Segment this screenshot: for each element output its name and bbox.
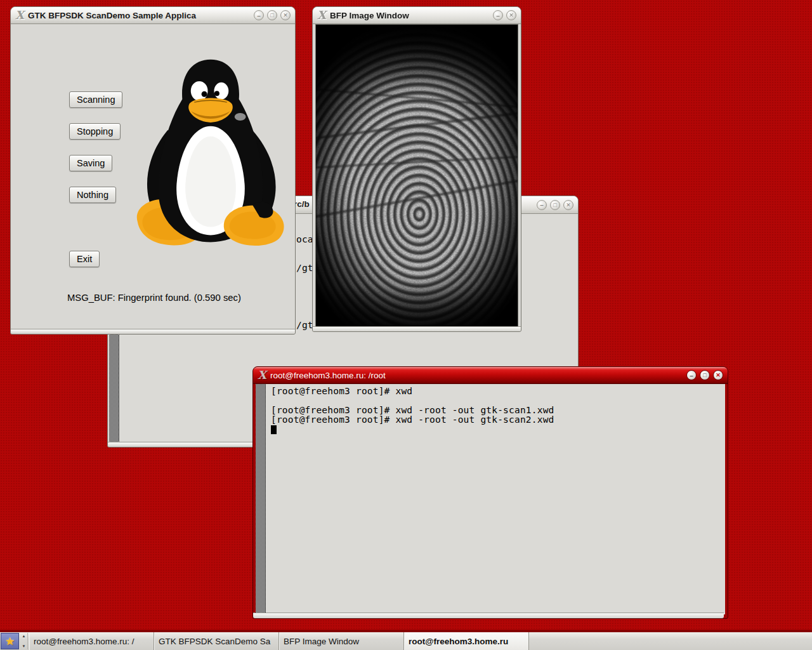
vignette-overlay <box>316 25 518 328</box>
terminal-scrollbar[interactable] <box>256 384 266 614</box>
x-logo-icon: X <box>258 369 266 381</box>
window-resize-bar[interactable] <box>313 326 521 331</box>
nothing-button[interactable]: Nothing <box>69 187 116 203</box>
window-controls <box>254 10 291 20</box>
scandemo-title: GTK BFPSDK ScanDemo Sample Applica <box>28 11 250 20</box>
minimize-button[interactable] <box>254 10 264 20</box>
desktop: rc/b oca /gt /gt X GTK BFPSDK ScanDemo S… <box>0 0 812 650</box>
maximize-button[interactable] <box>550 200 560 210</box>
bfp-body <box>313 24 521 328</box>
saving-button[interactable]: Saving <box>69 155 112 171</box>
x-logo-icon: X <box>317 10 326 21</box>
bfp-titlebar[interactable]: X BFP Image Window <box>313 7 521 24</box>
minimize-button[interactable] <box>686 370 697 380</box>
taskbar-handle[interactable]: ▲ ▼ <box>20 633 28 649</box>
background-terminal-title: rc/b <box>294 199 310 209</box>
window-resize-bar[interactable] <box>253 613 724 618</box>
maximize-button[interactable] <box>267 10 277 20</box>
terminal-text: [root@freehom3 root]# xwd [root@freehom3… <box>271 387 554 434</box>
taskbar-item-terminal1[interactable]: root@freehom3.home.ru: / <box>29 632 154 650</box>
star-icon: ★ <box>5 635 15 648</box>
terminal-line: [root@freehom3 root]# xwd -root -out gtk… <box>271 406 554 415</box>
maximize-button[interactable] <box>700 370 710 380</box>
window-resize-bar[interactable] <box>11 329 295 334</box>
bfp-title: BFP Image Window <box>330 11 489 20</box>
scandemo-titlebar[interactable]: X GTK BFPSDK ScanDemo Sample Applica <box>11 7 295 24</box>
scandemo-window[interactable]: X GTK BFPSDK ScanDemo Sample Applica Sca… <box>10 6 296 335</box>
close-button[interactable] <box>280 10 291 20</box>
terminal-line <box>271 396 554 406</box>
minimize-button[interactable] <box>493 10 503 20</box>
terminal-cursor <box>271 425 277 434</box>
terminal-line: [root@freehom3 root]# xwd <box>271 387 554 396</box>
window-controls <box>686 370 723 380</box>
fingerprint-image <box>315 24 518 328</box>
bfp-image-window[interactable]: X BFP Image Window <box>312 6 521 332</box>
taskbar-item-terminal2[interactable]: root@freehom3.home.ru <box>404 632 529 650</box>
window-controls <box>493 10 516 20</box>
exit-button[interactable]: Exit <box>69 251 100 267</box>
chevron-down-icon: ▼ <box>22 644 26 648</box>
start-button[interactable]: ★ <box>1 633 19 649</box>
terminal-title: root@freehom3.home.ru: /root <box>270 371 683 380</box>
taskbar-item-bfp-image[interactable]: BFP Image Window <box>279 632 404 650</box>
terminal-window[interactable]: X root@freehom3.home.ru: /root [root@fre… <box>252 366 728 619</box>
scanning-button[interactable]: Scanning <box>69 91 122 108</box>
terminal-body: [root@freehom3 root]# xwd [root@freehom3… <box>256 384 725 614</box>
status-message: MSG_BUF: Fingerprint found. (0.590 sec) <box>67 293 241 303</box>
close-button[interactable] <box>506 10 516 20</box>
tux-penguin-image <box>129 53 292 253</box>
terminal-titlebar[interactable]: X root@freehom3.home.ru: /root <box>253 367 728 384</box>
x-logo-icon: X <box>15 10 24 21</box>
taskbar-item-scandemo[interactable]: GTK BFPSDK ScanDemo Sa <box>154 632 279 650</box>
window-controls <box>537 200 573 210</box>
chevron-up-icon: ▲ <box>22 634 26 638</box>
terminal-line: [root@freehom3 root]# xwd -root -out gtk… <box>271 415 554 425</box>
close-button[interactable] <box>713 370 723 380</box>
scandemo-body: Scanning Stopping Saving Nothing Exit MS… <box>11 24 295 331</box>
stopping-button[interactable]: Stopping <box>69 123 121 140</box>
minimize-button[interactable] <box>537 200 547 210</box>
taskbar: ★ ▲ ▼ root@freehom3.home.ru: / GTK BFPSD… <box>0 630 812 650</box>
close-button[interactable] <box>563 200 573 210</box>
